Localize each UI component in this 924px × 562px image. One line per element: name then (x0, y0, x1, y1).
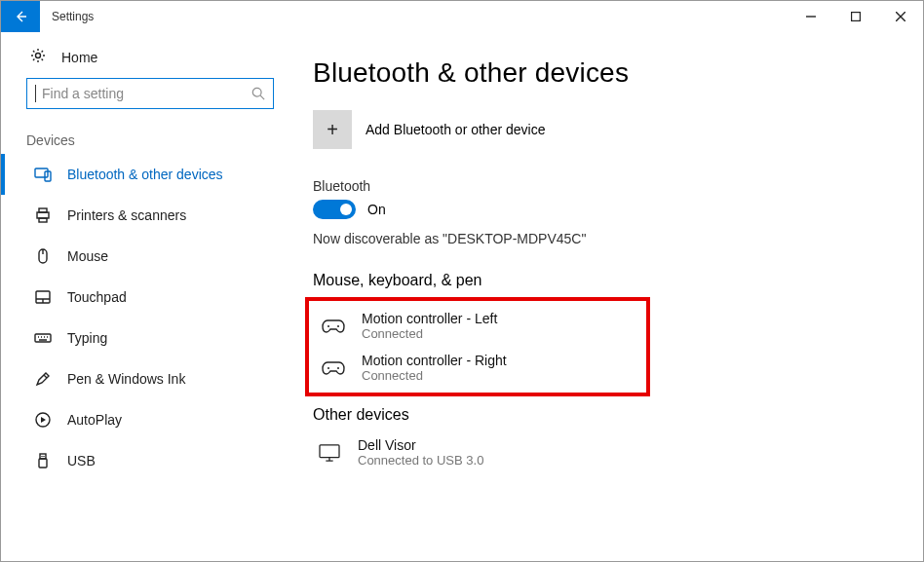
back-button[interactable] (1, 1, 40, 32)
sidebar-item-pen[interactable]: Pen & Windows Ink (1, 358, 293, 399)
minimize-button[interactable] (789, 1, 833, 32)
sidebar-item-usb[interactable]: USB (1, 440, 293, 481)
sidebar-item-label: AutoPlay (67, 412, 122, 428)
svg-point-1 (36, 54, 41, 58)
svg-point-14 (327, 325, 329, 327)
gamepad-icon (319, 357, 348, 379)
sidebar-item-label: Mouse (67, 248, 108, 264)
device-row[interactable]: Dell Visor Connected to USB 3.0 (313, 431, 923, 473)
arrow-left-icon (13, 9, 28, 24)
device-row[interactable]: Motion controller - Left Connected (317, 305, 646, 347)
bluetooth-label: Bluetooth (313, 178, 923, 194)
search-input-container[interactable] (26, 78, 274, 109)
bluetooth-toggle[interactable] (313, 200, 356, 219)
device-status: Connected (362, 326, 497, 341)
search-input[interactable] (40, 85, 251, 102)
highlight-annotation: Motion controller - Left Connected Motio… (305, 297, 650, 396)
bluetooth-toggle-state: On (367, 202, 386, 217)
sidebar-item-label: Printers & scanners (67, 207, 186, 223)
device-row[interactable]: Motion controller - Right Connected (317, 347, 646, 389)
svg-rect-12 (40, 454, 46, 459)
svg-rect-7 (39, 218, 47, 222)
svg-rect-18 (320, 444, 339, 457)
sidebar-item-touchpad[interactable]: Touchpad (1, 277, 293, 318)
svg-rect-10 (35, 334, 51, 342)
svg-rect-6 (39, 208, 47, 212)
device-status: Connected to USB 3.0 (358, 453, 483, 468)
sidebar-item-autoplay[interactable]: AutoPlay (1, 399, 293, 440)
svg-rect-5 (37, 212, 49, 218)
gear-icon (30, 48, 46, 66)
svg-rect-13 (39, 459, 47, 468)
group-mouse-keyboard-pen: Mouse, keyboard, & pen (313, 272, 923, 289)
device-name: Dell Visor (358, 437, 483, 453)
svg-point-16 (327, 367, 329, 369)
add-device-button[interactable]: + Add Bluetooth or other device (313, 110, 923, 149)
sidebar-item-label: Bluetooth & other devices (67, 167, 223, 182)
sidebar-item-bluetooth[interactable]: Bluetooth & other devices (1, 154, 293, 195)
usb-icon (34, 452, 52, 469)
sidebar-item-typing[interactable]: Typing (1, 318, 293, 358)
svg-rect-0 (852, 13, 861, 21)
device-name: Motion controller - Left (362, 311, 497, 326)
device-name: Motion controller - Right (362, 353, 507, 368)
text-cursor (35, 85, 36, 102)
home-nav[interactable]: Home (1, 46, 293, 78)
device-status: Connected (362, 368, 507, 383)
home-label: Home (61, 50, 97, 65)
close-button[interactable] (878, 1, 923, 32)
svg-rect-3 (35, 169, 48, 177)
add-device-label: Add Bluetooth or other device (366, 122, 545, 137)
sidebar-section-label: Devices (1, 127, 293, 154)
maximize-button[interactable] (833, 1, 878, 32)
printer-icon (34, 206, 52, 224)
sidebar-item-label: Touchpad (67, 289, 127, 305)
search-icon (251, 87, 265, 100)
sidebar-item-label: USB (67, 453, 96, 468)
svg-point-2 (252, 88, 261, 96)
window-controls (789, 1, 923, 32)
group-other-devices: Other devices (313, 406, 923, 424)
svg-point-15 (337, 325, 339, 327)
sidebar-item-mouse[interactable]: Mouse (1, 236, 293, 277)
sidebar-item-label: Pen & Windows Ink (67, 371, 185, 387)
window-title: Settings (52, 10, 94, 23)
gamepad-icon (319, 316, 348, 337)
autoplay-icon (34, 411, 52, 429)
mouse-icon (34, 247, 52, 265)
maximize-icon (851, 12, 861, 21)
discoverable-text: Now discoverable as "DESKTOP-MDPV45C" (313, 231, 923, 246)
sidebar-item-printers[interactable]: Printers & scanners (1, 195, 293, 236)
devices-icon (34, 166, 52, 183)
plus-icon: + (313, 110, 352, 149)
main-panel: Bluetooth & other devices + Add Bluetoot… (293, 32, 923, 561)
svg-point-17 (337, 367, 339, 369)
touchpad-icon (34, 288, 52, 306)
pen-icon (34, 370, 52, 388)
keyboard-icon (34, 329, 52, 347)
titlebar: Settings (1, 1, 923, 32)
close-icon (896, 12, 905, 21)
monitor-icon (315, 442, 344, 464)
minimize-icon (806, 12, 816, 21)
sidebar-item-label: Typing (67, 330, 107, 346)
sidebar: Home Devices Bluetooth & other devices P… (1, 32, 293, 561)
page-title: Bluetooth & other devices (313, 57, 923, 89)
